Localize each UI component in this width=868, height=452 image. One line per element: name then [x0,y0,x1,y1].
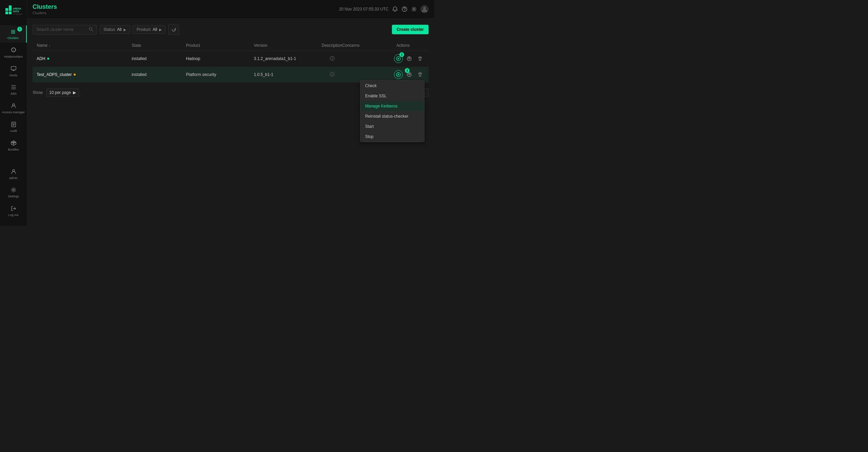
per-page-select[interactable]: 10 per page ▶ [46,89,79,97]
sidebar-item-jobs-label: Jobs [10,92,17,96]
create-cluster-button[interactable]: Create cluster [392,25,429,34]
per-page-arrow: ▶ [73,90,76,95]
breadcrumb: Clusters [33,11,57,15]
th-description: Description [322,43,342,48]
status-filter[interactable]: Status All ▶ [100,25,130,34]
product-filter-arrow: ▶ [159,28,162,32]
sidebar-item-jobs[interactable]: Jobs [0,81,27,98]
page-title: Clusters [33,3,57,11]
sidebar-item-clusters[interactable]: ⊞ Clusters 1 [0,25,27,43]
product-filter[interactable]: Product All ▶ [133,25,166,34]
dropdown-item-start[interactable]: Start [360,121,424,132]
dropdown-item-manage-kerberos[interactable]: Manage Kerberos [360,101,424,111]
user-avatar[interactable] [420,5,429,13]
svg-rect-3 [9,8,12,11]
row2-info-icon[interactable] [329,73,335,78]
bundles-icon [10,140,17,146]
hosts-icon [10,65,17,72]
header-titles: Clusters Clusters [33,3,57,15]
svg-point-9 [13,104,15,106]
gear-icon[interactable] [411,6,417,12]
row2-status-dot [74,74,76,76]
jobs-icon [10,84,17,91]
sidebar-item-hosts[interactable]: Hosts [0,63,27,80]
dropdown-item-check[interactable]: Check [360,81,424,91]
header-datetime: 20 Nov 2023 07:55:33 UTC [339,7,389,12]
th-version: Version [254,43,322,48]
svg-rect-4 [9,12,12,14]
sidebar-settings-label: Settings [8,195,19,198]
row2-run-button[interactable] [394,70,403,79]
refresh-button[interactable] [168,24,179,35]
toolbar: Status All ▶ Product All ▶ Create cluste… [33,24,429,35]
sidebar-item-bundles-label: Bundles [8,148,19,152]
svg-rect-8 [11,66,16,70]
svg-point-18 [89,27,92,30]
header-right: 20 Nov 2023 07:55:33 UTC [339,5,429,13]
sidebar-item-hostproviders[interactable]: Hostproviders [0,44,27,61]
svg-text:CLUSTER MANAGER: CLUSTER MANAGER [13,13,22,15]
page-content: Status All ▶ Product All ▶ Create cluste… [27,19,434,226]
row1-name: ADH [37,56,132,61]
sidebar-item-admin[interactable]: admin [0,165,27,183]
per-page-value: 10 per page [49,90,71,95]
row1-product: Hadoop [186,56,254,61]
hostproviders-icon [10,47,17,54]
table-row: Test_ADPS_cluster installed Platform sec… [33,67,429,83]
row1-upgrade-button[interactable] [405,54,414,63]
sidebar-item-bundles[interactable]: Bundles [0,137,27,154]
row2-product: Platform security [186,72,254,77]
sidebar-item-clusters-label: Clusters [7,36,19,40]
row1-concerns [329,56,384,62]
svg-rect-2 [9,5,12,8]
clusters-table: Name ↓ State Product Version Description [33,40,429,83]
show-label: Show [33,90,43,95]
svg-point-15 [413,8,415,10]
sort-icon: ↓ [49,44,51,47]
svg-point-11 [13,170,15,172]
sidebar-logout-label: Log out [8,213,18,217]
th-concerns: Concerns [342,43,396,48]
settings-icon [10,186,17,193]
sidebar-item-audit[interactable]: Audit [0,118,27,136]
sidebar-item-access-manager[interactable]: Access manager [0,100,27,117]
search-input[interactable] [36,27,87,32]
actions-dropdown: Check Enable SSL Manage Kerberos Reinsta… [360,80,424,142]
svg-rect-0 [5,8,8,11]
product-filter-value: All [153,27,157,32]
row2-delete-button[interactable] [416,70,424,79]
dropdown-item-stop[interactable]: Stop [360,132,424,142]
search-icon [89,27,93,33]
clusters-badge: 1 [17,27,22,32]
search-box[interactable] [33,25,97,35]
svg-point-14 [404,11,405,11]
app-logo: ARENA DATA CLUSTER MANAGER [3,3,24,19]
svg-point-12 [13,189,14,191]
row2-badge: 3 [405,68,410,73]
sidebar-item-logout[interactable]: Log out [0,202,27,220]
dropdown-item-reinstall-status-checker[interactable]: Reinstall status-checker [360,111,424,121]
row1-info-icon[interactable] [329,57,335,62]
help-icon[interactable] [401,6,408,12]
svg-point-17 [423,7,426,9]
dropdown-item-enable-ssl[interactable]: Enable SSL [360,91,424,101]
row1-delete-button[interactable] [416,54,424,63]
access-manager-icon [10,102,17,109]
sidebar-item-audit-label: Audit [10,129,17,133]
status-filter-arrow: ▶ [124,28,126,32]
th-name: Name ↓ [37,43,132,48]
notifications-icon[interactable] [392,6,398,12]
svg-rect-1 [5,12,8,14]
row1-state: installed [132,56,186,61]
svg-text:DATA: DATA [13,10,19,13]
sidebar-admin-label: admin [9,176,18,180]
sidebar-item-settings[interactable]: Settings [0,184,27,201]
row2-actions: 3 Check [384,70,424,79]
sidebar-item-hostproviders-label: Hostproviders [4,55,23,59]
table-header: Name ↓ State Product Version Description [33,40,429,51]
table-row: ADH installed Hadoop 3.1.2_arenadata1_b1… [33,51,429,67]
sidebar-nav: ⊞ Clusters 1 Hostproviders Hosts [0,25,27,165]
status-filter-label: Status [103,27,115,32]
logout-icon [10,205,17,212]
clusters-icon: ⊞ [10,28,17,35]
